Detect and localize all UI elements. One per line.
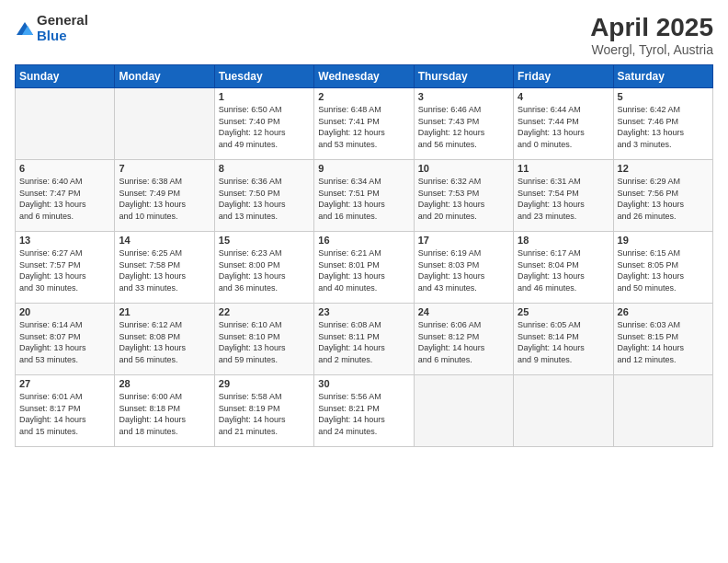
day-number: 13 [19,235,110,246]
day-cell: 18Sunrise: 6:17 AM Sunset: 8:04 PM Dayli… [514,232,613,304]
day-number: 18 [518,235,609,246]
day-info: Sunrise: 6:48 AM Sunset: 7:41 PM Dayligh… [318,104,409,150]
week-row-1: 6Sunrise: 6:40 AM Sunset: 7:47 PM Daylig… [16,160,713,232]
day-cell [613,375,712,447]
day-cell [514,375,613,447]
week-row-4: 27Sunrise: 6:01 AM Sunset: 8:17 PM Dayli… [16,375,713,447]
day-info: Sunrise: 6:17 AM Sunset: 8:04 PM Dayligh… [518,247,609,293]
day-number: 21 [119,306,210,317]
day-number: 17 [418,235,509,246]
day-number: 26 [618,306,709,317]
day-cell: 12Sunrise: 6:29 AM Sunset: 7:56 PM Dayli… [613,160,712,232]
day-number: 10 [418,163,509,174]
day-cell [414,375,513,447]
day-info: Sunrise: 6:46 AM Sunset: 7:43 PM Dayligh… [418,104,509,150]
day-number: 4 [518,91,609,102]
day-number: 28 [119,378,210,389]
header-sunday: Sunday [16,65,115,88]
day-info: Sunrise: 6:40 AM Sunset: 7:47 PM Dayligh… [19,176,110,222]
day-cell: 1Sunrise: 6:50 AM Sunset: 7:40 PM Daylig… [214,88,313,160]
day-info: Sunrise: 6:03 AM Sunset: 8:15 PM Dayligh… [618,319,709,365]
day-number: 3 [418,91,509,102]
day-cell: 28Sunrise: 6:00 AM Sunset: 8:18 PM Dayli… [115,375,214,447]
day-cell: 25Sunrise: 6:05 AM Sunset: 8:14 PM Dayli… [514,304,613,375]
header-tuesday: Tuesday [214,65,313,88]
day-cell: 15Sunrise: 6:23 AM Sunset: 8:00 PM Dayli… [214,232,313,304]
day-info: Sunrise: 6:32 AM Sunset: 7:53 PM Dayligh… [418,176,509,222]
day-cell: 13Sunrise: 6:27 AM Sunset: 7:57 PM Dayli… [16,232,115,304]
header-monday: Monday [115,65,214,88]
day-number: 9 [318,163,409,174]
day-number: 5 [618,91,709,102]
day-cell: 9Sunrise: 6:34 AM Sunset: 7:51 PM Daylig… [314,160,414,232]
header-thursday: Thursday [414,65,513,88]
day-cell: 24Sunrise: 6:06 AM Sunset: 8:12 PM Dayli… [414,304,513,375]
calendar-title: April 2025 [590,13,713,42]
day-cell: 4Sunrise: 6:44 AM Sunset: 7:44 PM Daylig… [514,88,613,160]
day-cell: 8Sunrise: 6:36 AM Sunset: 7:50 PM Daylig… [214,160,313,232]
header-wednesday: Wednesday [314,65,414,88]
day-number: 2 [318,91,409,102]
day-info: Sunrise: 6:34 AM Sunset: 7:51 PM Dayligh… [318,176,409,222]
calendar-header: SundayMondayTuesdayWednesdayThursdayFrid… [16,65,713,88]
day-number: 6 [19,163,110,174]
day-number: 15 [219,235,310,246]
day-info: Sunrise: 6:50 AM Sunset: 7:40 PM Dayligh… [219,104,310,150]
day-cell: 22Sunrise: 6:10 AM Sunset: 8:10 PM Dayli… [214,304,313,375]
day-number: 27 [19,378,110,389]
day-number: 11 [518,163,609,174]
week-row-2: 13Sunrise: 6:27 AM Sunset: 7:57 PM Dayli… [16,232,713,304]
day-cell: 29Sunrise: 5:58 AM Sunset: 8:19 PM Dayli… [214,375,313,447]
day-number: 1 [219,91,310,102]
logo-blue: Blue [37,29,88,44]
day-info: Sunrise: 6:31 AM Sunset: 7:54 PM Dayligh… [518,176,609,222]
day-info: Sunrise: 6:15 AM Sunset: 8:05 PM Dayligh… [618,247,709,293]
day-number: 20 [19,306,110,317]
day-info: Sunrise: 6:06 AM Sunset: 8:12 PM Dayligh… [418,319,509,365]
day-cell: 19Sunrise: 6:15 AM Sunset: 8:05 PM Dayli… [613,232,712,304]
logo-icon [15,18,35,39]
day-number: 30 [318,378,409,389]
logo: General Blue [15,13,88,43]
day-number: 22 [219,306,310,317]
week-row-0: 1Sunrise: 6:50 AM Sunset: 7:40 PM Daylig… [16,88,713,160]
day-cell: 5Sunrise: 6:42 AM Sunset: 7:46 PM Daylig… [613,88,712,160]
day-info: Sunrise: 6:00 AM Sunset: 8:18 PM Dayligh… [119,391,210,437]
day-info: Sunrise: 6:36 AM Sunset: 7:50 PM Dayligh… [219,176,310,222]
day-number: 14 [119,235,210,246]
header-row: SundayMondayTuesdayWednesdayThursdayFrid… [16,65,713,88]
day-info: Sunrise: 6:05 AM Sunset: 8:14 PM Dayligh… [518,319,609,365]
day-info: Sunrise: 6:08 AM Sunset: 8:11 PM Dayligh… [318,319,409,365]
day-info: Sunrise: 6:44 AM Sunset: 7:44 PM Dayligh… [518,104,609,150]
day-cell: 23Sunrise: 6:08 AM Sunset: 8:11 PM Dayli… [314,304,414,375]
day-number: 8 [219,163,310,174]
day-info: Sunrise: 6:01 AM Sunset: 8:17 PM Dayligh… [19,391,110,437]
day-info: Sunrise: 6:12 AM Sunset: 8:08 PM Dayligh… [119,319,210,365]
day-cell: 7Sunrise: 6:38 AM Sunset: 7:49 PM Daylig… [115,160,214,232]
day-number: 16 [318,235,409,246]
day-info: Sunrise: 5:56 AM Sunset: 8:21 PM Dayligh… [318,391,409,437]
day-number: 12 [618,163,709,174]
day-cell: 3Sunrise: 6:46 AM Sunset: 7:43 PM Daylig… [414,88,513,160]
day-info: Sunrise: 6:21 AM Sunset: 8:01 PM Dayligh… [318,247,409,293]
day-info: Sunrise: 6:27 AM Sunset: 7:57 PM Dayligh… [19,247,110,293]
day-info: Sunrise: 6:19 AM Sunset: 8:03 PM Dayligh… [418,247,509,293]
day-cell: 30Sunrise: 5:56 AM Sunset: 8:21 PM Dayli… [314,375,414,447]
logo-general: General [37,13,88,29]
day-cell: 16Sunrise: 6:21 AM Sunset: 8:01 PM Dayli… [314,232,414,304]
calendar-table: SundayMondayTuesdayWednesdayThursdayFrid… [15,64,713,447]
day-cell: 21Sunrise: 6:12 AM Sunset: 8:08 PM Dayli… [115,304,214,375]
title-block: April 2025 Woergl, Tyrol, Austria [590,13,713,57]
day-cell: 14Sunrise: 6:25 AM Sunset: 7:58 PM Dayli… [115,232,214,304]
day-cell: 20Sunrise: 6:14 AM Sunset: 8:07 PM Dayli… [16,304,115,375]
day-number: 29 [219,378,310,389]
day-cell [16,88,115,160]
calendar-subtitle: Woergl, Tyrol, Austria [590,42,713,57]
day-number: 24 [418,306,509,317]
day-info: Sunrise: 6:23 AM Sunset: 8:00 PM Dayligh… [219,247,310,293]
day-cell: 2Sunrise: 6:48 AM Sunset: 7:41 PM Daylig… [314,88,414,160]
day-info: Sunrise: 5:58 AM Sunset: 8:19 PM Dayligh… [219,391,310,437]
day-number: 25 [518,306,609,317]
calendar-body: 1Sunrise: 6:50 AM Sunset: 7:40 PM Daylig… [16,88,713,447]
day-info: Sunrise: 6:42 AM Sunset: 7:46 PM Dayligh… [618,104,709,150]
